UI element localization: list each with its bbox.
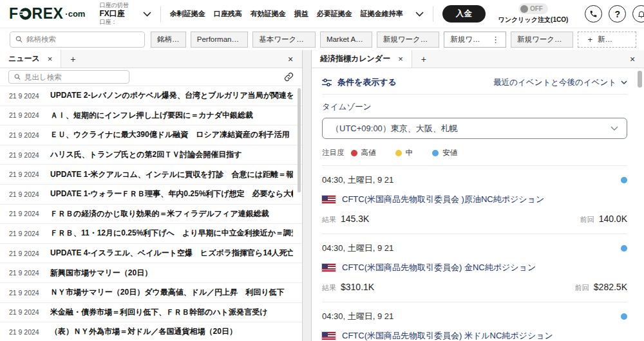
metric-equity: 有効証拠金 [251, 9, 286, 19]
symbol-search[interactable] [10, 32, 145, 48]
medium-importance-dot-icon [395, 150, 402, 156]
toggle-off-pill[interactable]: OFF [518, 3, 548, 14]
legend-high: 高値 [351, 148, 376, 158]
tab-basic-workspace[interactable]: 基本ワークスペー... [252, 32, 316, 48]
add-tab-button[interactable]: + [412, 50, 435, 68]
tab-performance-analysis[interactable]: Performance An... [191, 32, 249, 48]
timezone-select[interactable]: （UTC+09:00）東京、大阪、札幌 [322, 118, 627, 139]
more-vertical-icon[interactable]: ⋮ [491, 35, 500, 44]
forex-logo[interactable]: F REX ·com [9, 5, 85, 23]
deposit-button[interactable]: 入金 [442, 5, 486, 23]
result-value: 145.3K [341, 214, 369, 224]
chevron-down-icon [621, 80, 627, 84]
phone-support-button[interactable] [585, 5, 602, 23]
news-date: 21 9 2024 [9, 328, 50, 336]
tab-news[interactable]: ニュース × [0, 50, 61, 68]
tab-market-analysis[interactable]: Market Analysis [320, 32, 372, 48]
news-item[interactable]: 21 9 2024UPDATE 1-ウォラーＦＲＢ理事、年内0.25%利下げ想定… [0, 184, 302, 204]
account-type: FX口座 [99, 9, 128, 19]
news-item[interactable]: 21 9 2024米金融・債券市場＝利回り低下、ＦＲＢ幹部のハト派発言受け [0, 302, 302, 322]
news-item[interactable]: 21 9 2024（表）ＮＹ外為市場＝対ドル／各国通貨相場（20日） [0, 322, 302, 341]
link-panel-button[interactable] [284, 72, 294, 82]
event-title-link[interactable]: CFTC(米国商品先物取引委員会) 米ドルNC純ポジション [342, 330, 553, 341]
result-label: 結果 [322, 284, 336, 291]
high-importance-dot-icon [351, 150, 357, 156]
metric-pl: 損益 [294, 9, 308, 19]
calendar-panel-tabstrip: 経済指標カレンダー × + × [312, 50, 644, 68]
news-item[interactable]: 21 9 2024ハリス氏、トランプ氏との第2回ＴＶ討論会開催目指す [0, 145, 302, 165]
previous-label: 前回 [575, 284, 589, 291]
calendar-event: 04:30, 土曜日, 9 21 CFTC(米国商品先物取引委員会) 金NC純ポ… [322, 234, 627, 302]
news-item[interactable]: 21 9 2024UPDATE 1-米クアルコム、インテルに買収を打診 合意には… [0, 164, 302, 184]
news-item[interactable]: 21 9 2024ＡＩ、短期的にインフレ押し上げ要因に＝カナダ中銀総裁 [0, 106, 302, 125]
importance-dot-icon [621, 177, 627, 183]
news-headline: 新興国市場サマリー（20日） [50, 268, 152, 279]
toggle-state: OFF [530, 5, 543, 12]
timezone-dropdown-label[interactable]: タイムゾーン [322, 102, 627, 113]
news-headline: ＥＵ、ウクライナに最大390億ドル融資 ロシア凍結資産の利子活用 [50, 129, 289, 140]
close-icon[interactable]: × [398, 54, 403, 64]
top-header: F REX ·com 口座の切替 FX口座 口座： 余剰証拠金 口座残高 有効証… [0, 0, 644, 28]
legend-medium: 中 [395, 148, 413, 158]
logo-text-suffix: REX [32, 5, 64, 23]
question-icon: ? [615, 9, 621, 19]
account-metrics-bar: 余剰証拠金 口座残高 有効証拠金 損益 必要証拠金 証拠金維持率 [170, 9, 424, 19]
calendar-event: 04:30, 土曜日, 9 21 CFTC(米国商品先物取引委員会) 米ドルNC… [322, 302, 627, 341]
news-date: 21 9 2024 [9, 269, 50, 277]
headline-search[interactable] [8, 70, 129, 84]
us-flag-icon [322, 332, 336, 340]
calendar-scrollbar[interactable] [638, 71, 642, 88]
panel-gap [303, 50, 311, 341]
news-date: 21 9 2024 [9, 131, 50, 139]
divider [160, 6, 161, 22]
tab-new-workspace-active[interactable]: 新規ワークス... ⋮ [444, 32, 506, 48]
legend-low: 安値 [432, 148, 457, 158]
create-workspace-button[interactable]: + 新規作成 [578, 32, 636, 48]
help-button[interactable]: ? [609, 5, 626, 23]
tab-new-workspace-1[interactable]: 新規ワークスペー... [377, 32, 440, 48]
event-title-link[interactable]: CFTC(米国商品先物取引委員会) 金NC純ポジション [342, 262, 536, 273]
event-title-link[interactable]: CFTC(米国商品先物取引委員会 )原油NC純ポジション [342, 194, 544, 205]
show-filters-label: 条件を表示する [337, 77, 397, 88]
economic-calendar-panel: 経済指標カレンダー × + × 条件を表示する 最近のイベントと今後のイベント [311, 50, 644, 341]
previous-value: $282.5K [594, 282, 627, 292]
close-panel-button[interactable]: × [279, 50, 302, 68]
news-item[interactable]: 21 9 2024ＦＲＢ、11・12月に0.25%利下げへ より早期に中立金利接… [0, 223, 302, 243]
show-filters-button[interactable]: 条件を表示する [322, 77, 397, 88]
symbol-search-input[interactable] [26, 35, 139, 43]
account-switcher[interactable]: 口座の切替 FX口座 口座： [99, 2, 151, 26]
result-value: $310.1K [341, 282, 374, 292]
news-item[interactable]: 21 9 2024UPDATE 4-イスラエル、ベイルート空爆 ヒズボラ指揮官ら… [0, 243, 302, 263]
news-headline: UPDATE 1-ウォラーＦＲＢ理事、年内0.25%利下げ想定 必要なら大幅利下… [50, 189, 293, 199]
news-date: 21 9 2024 [9, 308, 50, 316]
one-click-order-toggle[interactable]: OFF ワンクリック注文(1CO) [498, 3, 569, 24]
news-item[interactable]: 21 9 2024ＮＹ市場サマリー（20日）ダウ最高値、ドル／円上昇 利回り低下 [0, 282, 302, 302]
account-number-label: 口座： [99, 19, 128, 26]
news-scrollbar[interactable] [298, 88, 301, 192]
news-item[interactable]: 21 9 2024ＥＵ、ウクライナに最大390億ドル融資 ロシア凍結資産の利子活… [0, 125, 302, 145]
event-range-selector[interactable]: 最近のイベントと今後のイベント [493, 77, 627, 88]
result-label: 結果 [322, 216, 336, 223]
news-item[interactable]: 21 9 2024UPDATE 2-レバノンのポケベル爆発、台湾とブルガリア当局… [0, 86, 302, 106]
plus-icon: + [421, 54, 426, 64]
chevron-down-icon[interactable] [143, 12, 151, 17]
news-date: 21 9 2024 [9, 230, 50, 237]
close-icon[interactable]: × [48, 54, 53, 64]
news-headline: ＦＲＢ、11・12月に0.25%利下げへ より早期に中立金利接近か＝調査 [50, 228, 293, 239]
tab-new-workspace-2[interactable]: 新規ワークスペー... [511, 32, 574, 48]
tab-symbol-list[interactable]: 銘柄一覧 [151, 32, 186, 48]
tab-economic-calendar[interactable]: 経済指標カレンダー × [312, 50, 412, 68]
search-icon [15, 35, 23, 43]
news-item[interactable]: 21 9 2024新興国市場サマリー（20日） [0, 263, 302, 282]
news-date: 21 9 2024 [9, 170, 50, 178]
news-headline: UPDATE 4-イスラエル、ベイルート空爆 ヒズボラ指揮官ら14人死亡 [50, 248, 293, 259]
notifications-button[interactable] [632, 5, 644, 23]
close-panel-button[interactable]: × [621, 50, 644, 68]
add-tab-button[interactable]: + [61, 50, 84, 68]
previous-label: 前回 [580, 216, 594, 223]
main-area: ニュース × + × 21 9 2024UPDATE 2-レバノンのポケベル爆発… [0, 50, 644, 341]
news-item[interactable]: 21 9 2024ＦＲＢの経済のかじ取り効果的＝米フィラデルフィア連銀総裁 [0, 204, 302, 224]
chevron-down-icon[interactable] [415, 12, 424, 17]
news-date: 21 9 2024 [9, 92, 50, 100]
headline-search-input[interactable] [24, 73, 124, 81]
